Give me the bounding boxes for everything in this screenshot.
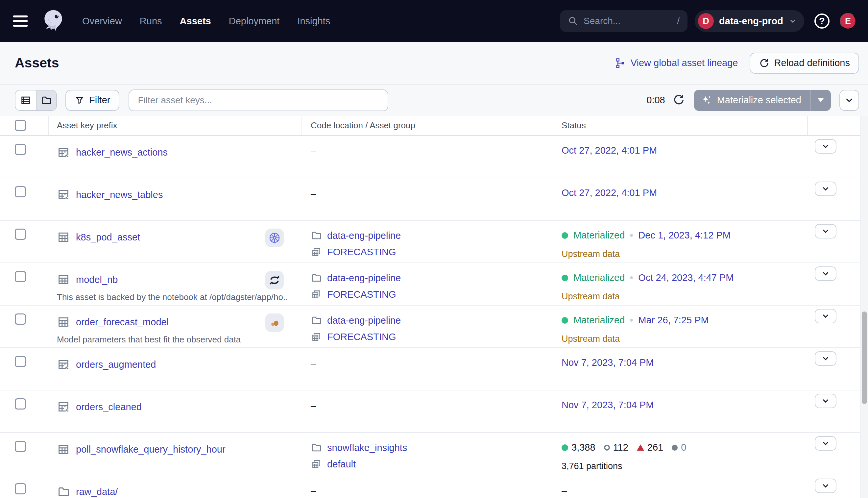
folder-view-button[interactable]	[36, 90, 56, 110]
asset-group-icon	[311, 246, 322, 258]
table-sparkle-icon	[57, 358, 70, 371]
nav-item-overview[interactable]: Overview	[82, 16, 122, 27]
asset-key-link[interactable]: order_forecast_model	[76, 317, 169, 328]
nav-item-deployment[interactable]: Deployment	[229, 16, 280, 27]
row-expand-button[interactable]	[815, 394, 837, 408]
table-row: model_nb This asset is backed by the not…	[0, 263, 860, 305]
column-status: Status	[562, 120, 586, 131]
row-checkbox[interactable]	[15, 441, 26, 452]
row-expand-button[interactable]	[815, 351, 837, 366]
asset-group-link[interactable]: FORECASTING	[327, 247, 396, 258]
plotly-icon	[268, 316, 281, 329]
flat-view-button[interactable]	[15, 90, 36, 110]
table-row: k8s_pod_asset data-eng-pipelineFORECASTI…	[0, 221, 860, 263]
asset-group-link[interactable]: FORECASTING	[327, 289, 396, 300]
materialization-date-link[interactable]: Mar 26, 7:25 PM	[638, 315, 709, 326]
materialization-date-link[interactable]: Nov 7, 2023, 7:04 PM	[562, 399, 654, 410]
view-global-asset-lineage-link[interactable]: View global asset lineage	[615, 57, 738, 69]
asset-key-link[interactable]: orders_cleaned	[76, 402, 142, 412]
row-expand-button[interactable]	[815, 139, 837, 154]
asset-key-link[interactable]: poll_snowflake_query_history_hour	[76, 444, 226, 455]
reload-definitions-button[interactable]: Reload definitions	[750, 53, 859, 74]
materialization-date-link[interactable]: Oct 27, 2022, 4:01 PM	[562, 145, 657, 156]
nav-item-assets[interactable]: Assets	[180, 16, 211, 27]
more-actions-button[interactable]	[839, 90, 859, 111]
asset-key-link[interactable]: model_nb	[76, 274, 118, 285]
code-location-link[interactable]: data-eng-pipeline	[327, 273, 401, 284]
table-icon	[57, 273, 70, 286]
row-checkbox[interactable]	[15, 356, 26, 367]
table-sparkle-icon	[57, 358, 70, 371]
asset-key-link[interactable]: hacker_news_tables	[76, 189, 163, 200]
filter-button[interactable]: Filter	[65, 90, 119, 111]
row-checkbox[interactable]	[15, 271, 26, 282]
asset-group-link[interactable]: FORECASTING	[327, 331, 396, 342]
materialization-date-link[interactable]: Oct 24, 2023, 4:47 PM	[638, 272, 734, 283]
dagster-logo	[40, 8, 66, 34]
table-row: poll_snowflake_query_history_hour snowfl…	[0, 433, 860, 475]
chevron-down-icon	[821, 227, 830, 236]
user-avatar[interactable]: E	[840, 13, 856, 29]
kubernetes-icon	[268, 231, 281, 245]
asset-key-link[interactable]: k8s_pod_asset	[76, 232, 140, 243]
row-checkbox[interactable]	[15, 313, 26, 325]
asset-rows: hacker_news_actions – Oct 27, 2022, 4:01…	[0, 136, 860, 498]
menu-button[interactable]	[13, 15, 28, 27]
asset-group-icon	[311, 459, 322, 470]
nav-item-runs[interactable]: Runs	[140, 16, 162, 27]
row-expand-button[interactable]	[815, 182, 837, 196]
empty-code-location: –	[311, 358, 316, 369]
global-search[interactable]: Search... /	[560, 10, 687, 32]
folder-icon	[311, 442, 322, 453]
failed-triangle-icon	[637, 444, 644, 451]
select-all-checkbox[interactable]	[15, 120, 26, 131]
deployment-switcher[interactable]: D data-eng-prod	[695, 10, 804, 32]
asset-group-icon	[311, 331, 322, 342]
materialized-dot-icon	[562, 444, 568, 451]
row-expand-button[interactable]	[815, 479, 837, 493]
row-expand-button[interactable]	[815, 266, 837, 281]
scrollbar-thumb[interactable]	[862, 312, 867, 404]
materialize-selected-button[interactable]: Materialize selected	[694, 90, 810, 111]
row-checkbox[interactable]	[15, 144, 26, 155]
refresh-button[interactable]	[672, 93, 685, 107]
row-checkbox[interactable]	[15, 483, 26, 494]
table-sparkle-icon	[57, 400, 70, 414]
row-checkbox[interactable]	[15, 186, 26, 197]
nav-item-insights[interactable]: Insights	[297, 16, 330, 27]
scrollbar-track[interactable]	[860, 116, 868, 498]
row-checkbox[interactable]	[15, 228, 26, 240]
caret-down-icon	[818, 99, 824, 102]
asset-group-icon	[311, 331, 322, 342]
funnel-icon	[75, 95, 84, 105]
row-checkbox[interactable]	[15, 398, 26, 409]
help-button[interactable]: ?	[813, 12, 831, 30]
row-expand-button[interactable]	[815, 224, 837, 238]
row-expand-button[interactable]	[815, 436, 837, 451]
folder-icon	[311, 272, 322, 284]
materialization-date-link[interactable]: Nov 7, 2023, 7:04 PM	[562, 357, 654, 368]
asset-key-link[interactable]: raw_data/	[76, 486, 118, 497]
code-location-link[interactable]: snowflake_insights	[327, 442, 407, 453]
asset-group-icon	[311, 289, 322, 300]
materialize-options-button[interactable]	[811, 90, 831, 111]
asset-group-link[interactable]: default	[327, 459, 356, 470]
chevron-down-icon	[821, 482, 830, 490]
code-location-link[interactable]: data-eng-pipeline	[327, 315, 401, 326]
chevron-down-icon	[821, 397, 830, 405]
asset-key-link[interactable]: orders_augmented	[76, 359, 156, 370]
chevron-down-icon	[788, 17, 797, 25]
failed-count: 261	[647, 442, 663, 453]
table-row: raw_data/ – –	[0, 475, 860, 498]
asset-key-link[interactable]: hacker_news_actions	[76, 147, 168, 158]
code-location-link[interactable]: data-eng-pipeline	[327, 230, 401, 241]
missing-ring-icon	[604, 445, 610, 451]
search-icon	[568, 16, 578, 26]
materialization-date-link[interactable]: Dec 1, 2023, 4:12 PM	[638, 230, 731, 241]
materialization-date-link[interactable]: Oct 27, 2022, 4:01 PM	[562, 187, 657, 198]
table-row: orders_augmented – Nov 7, 2023, 7:04 PM	[0, 348, 860, 391]
filter-asset-keys-input[interactable]	[129, 90, 388, 111]
lineage-icon	[615, 57, 626, 69]
table-sparkle-icon	[57, 400, 70, 414]
row-expand-button[interactable]	[815, 309, 837, 323]
